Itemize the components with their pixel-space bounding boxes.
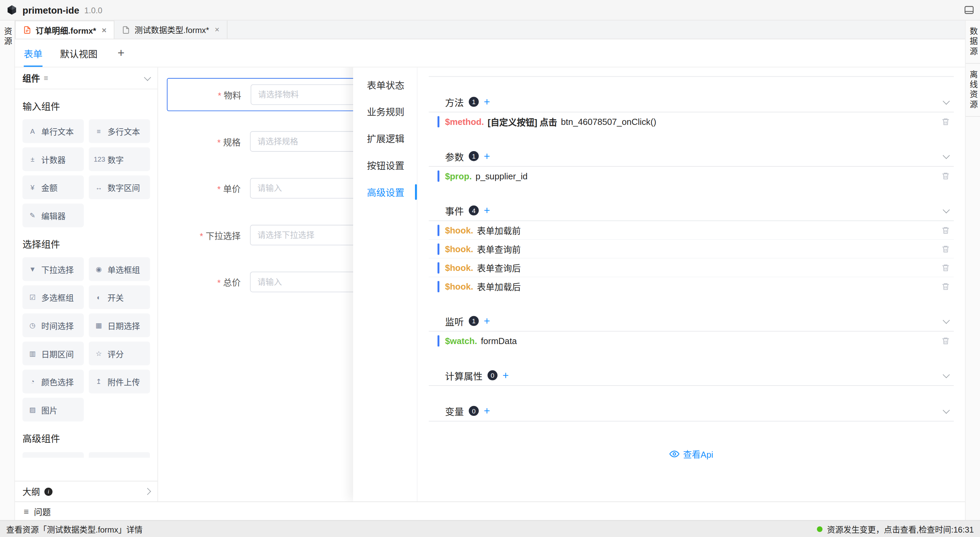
add-method-button[interactable]: + [484,96,490,107]
watch-prefix: $watch. [445,336,477,346]
chevron-right-icon[interactable] [144,488,151,495]
component-amount[interactable]: ¥金额 [22,176,84,199]
chevron-down-icon[interactable] [943,97,950,105]
component-checkbox-group[interactable]: ☑多选框组 [22,286,84,309]
component-label: 编辑器 [41,210,66,222]
editor-tab-order-detail[interactable]: 订单明细.formx* × [15,21,115,39]
component-select[interactable]: ▼下拉选择 [22,257,84,281]
add-param-button[interactable]: + [484,151,490,161]
add-computed-button[interactable]: + [503,370,509,380]
component-number[interactable]: 123数字 [89,147,150,171]
nav-label: 按钮设置 [367,159,404,172]
component-radio-group[interactable]: ◉单选框组 [89,257,150,281]
nav-advanced-settings[interactable]: 高级设置 [353,179,417,205]
outline-label: 大纲 [22,485,40,498]
clipped-component [22,452,84,458]
component-single-line-text[interactable]: A单行文本 [22,119,84,143]
delete-button[interactable] [940,116,951,127]
tab-form[interactable]: 表单 [24,40,43,67]
outline-bar[interactable]: 大纲 i [15,481,158,502]
close-icon[interactable]: × [215,25,220,34]
multi-line-text-icon: ≡ [94,127,103,135]
component-attachment-upload[interactable]: ↥附件上传 [89,370,150,393]
file-icon [23,25,31,34]
single-line-text-icon: A [28,127,37,135]
chevron-down-icon[interactable] [943,371,950,378]
trash-icon [941,118,950,126]
color-picker-icon: ◔ [28,378,37,385]
tab-default-view[interactable]: 默认视图 [60,40,97,67]
datasource-rail-tab[interactable]: 数据源 [966,27,980,57]
trash-icon [941,282,950,291]
component-color-picker[interactable]: ◔颜色选择 [22,370,84,393]
active-nav-indicator [415,184,417,200]
item-accent-bar [438,243,440,254]
component-panel: 组件 ≡ 输入组件 A单行文本 ≡多行文本 ±计数器 123数字 ¥金额 ↔数字… [15,67,158,501]
required-mark: * [217,278,221,288]
component-switch[interactable]: ◐开关 [89,286,150,309]
select-icon: ▼ [28,265,37,273]
chevron-down-icon[interactable] [943,206,950,213]
item-accent-bar [438,335,440,346]
component-image[interactable]: ▨图片 [22,398,84,422]
watch-item[interactable]: $watch. formData [429,332,954,350]
advanced-settings-panel: 高级设置 方法 1 + $method. [自定义按钮 [417,67,965,501]
delete-button[interactable] [940,225,951,236]
component-label: 下拉选择 [41,263,73,275]
hook-item[interactable]: $hook. 表单加载后 [429,277,954,296]
section-title: 变量 [445,404,464,418]
hook-item[interactable]: $hook. 表单加载前 [429,221,954,240]
component-counter[interactable]: ±计数器 [22,147,84,171]
delete-button[interactable] [940,281,951,292]
nav-business-rules[interactable]: 业务规则 [353,98,417,125]
resource-change-notice[interactable]: 资源发生变更，点击查看,检查时间:16:31 [817,523,974,535]
delete-button[interactable] [940,170,951,182]
view-api-label: 查看Api [683,448,713,461]
add-watcher-button[interactable]: + [484,316,490,326]
view-api-link[interactable]: 查看Api [429,448,954,461]
delete-button[interactable] [940,335,951,346]
field-label: *物料 [167,89,242,101]
chevron-down-icon[interactable] [943,316,950,324]
component-time-picker[interactable]: ◷时间选择 [22,313,84,337]
component-label: 金额 [41,181,57,193]
nav-basic-settings[interactable]: 基础设置 [353,67,417,71]
delete-button[interactable] [940,243,951,254]
component-label: 日期区间 [41,348,73,359]
problems-bar[interactable]: ≡ 问题 [15,501,965,520]
nav-button-settings[interactable]: 按钮设置 [353,152,417,179]
nav-extension-logic[interactable]: 扩展逻辑 [353,125,417,152]
hook-item[interactable]: $hook. 表单查询前 [429,240,954,259]
component-multi-line-text[interactable]: ≡多行文本 [89,119,150,143]
close-icon[interactable]: × [102,25,107,35]
delete-button[interactable] [940,262,951,273]
hook-item[interactable]: $hook. 表单查询后 [429,259,954,277]
component-panel-header[interactable]: 组件 ≡ [15,67,158,89]
editor-icon: ✎ [28,211,37,219]
window-layout-icon[interactable] [964,6,974,14]
offline-resources-rail-tab[interactable]: 离线资源 [966,70,980,110]
method-item[interactable]: $method. [自定义按钮] 点击 btn_46078507_onClick… [429,112,954,131]
hook-name: 表单加载前 [477,224,521,237]
component-editor[interactable]: ✎编辑器 [22,203,84,227]
component-date-picker[interactable]: ▦日期选择 [89,313,150,337]
resources-rail-tab[interactable]: 资源 [0,27,14,47]
component-date-range[interactable]: ▥日期区间 [22,342,84,365]
component-label: 单行文本 [41,125,73,137]
editor-tab-test-datatypes[interactable]: 测试数据类型.formx* × [115,21,228,39]
component-label: 多行文本 [108,125,140,137]
status-left-text[interactable]: 查看资源「测试数据类型.formx」详情 [6,523,142,535]
component-rating[interactable]: ☆评分 [89,342,150,365]
chevron-down-icon[interactable] [943,406,950,413]
add-event-button[interactable]: + [484,205,490,216]
primeton-ide-window: primeton-ide 1.0.0 资源 数据源 离线资源 订单明细.form… [0,0,980,537]
chevron-down-icon[interactable] [943,152,950,159]
nav-form-state[interactable]: 表单状态 [353,71,417,98]
component-number-range[interactable]: ↔数字区间 [89,176,150,199]
component-label: 颜色选择 [41,376,73,388]
param-item[interactable]: $prop. p_supplier_id [429,167,954,186]
add-variable-button[interactable]: + [484,406,490,416]
add-view-button[interactable]: + [118,46,124,60]
chevron-down-icon[interactable] [144,73,151,81]
active-tab-underline [24,66,43,67]
